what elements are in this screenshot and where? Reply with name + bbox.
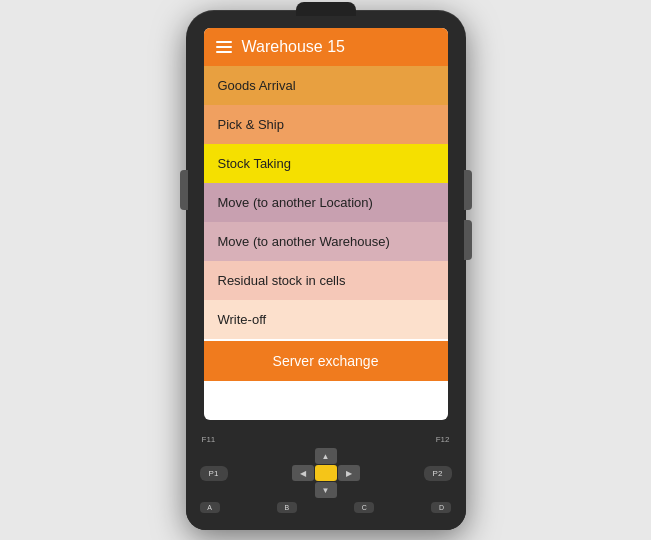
device-body: Warehouse 15 Goods Arrival Pick & Ship S…: [186, 10, 466, 530]
key-c[interactable]: C: [354, 502, 374, 513]
screen: Warehouse 15 Goods Arrival Pick & Ship S…: [204, 28, 448, 420]
key-d[interactable]: D: [431, 502, 451, 513]
keypad-row-3: A B C D: [198, 502, 454, 513]
menu-item-pick-ship[interactable]: Pick & Ship: [204, 105, 448, 144]
menu-item-goods-arrival[interactable]: Goods Arrival: [204, 66, 448, 105]
p2-button[interactable]: P2: [424, 466, 452, 481]
side-button-right-2[interactable]: [464, 220, 472, 260]
menu-item-move-warehouse[interactable]: Move (to another Warehouse): [204, 222, 448, 261]
side-button-left[interactable]: [180, 170, 188, 210]
dpad-center[interactable]: [315, 465, 337, 481]
app-header: Warehouse 15: [204, 28, 448, 66]
hamburger-icon[interactable]: [216, 41, 232, 53]
menu-item-stock-taking[interactable]: Stock Taking: [204, 144, 448, 183]
server-exchange-button[interactable]: Server exchange: [204, 341, 448, 381]
key-a[interactable]: A: [200, 502, 220, 513]
device-top-bump: [296, 2, 356, 16]
p1-button[interactable]: P1: [200, 466, 228, 481]
device: Warehouse 15 Goods Arrival Pick & Ship S…: [186, 10, 466, 530]
dpad-up[interactable]: ▲: [315, 448, 337, 464]
warehouse-title: Warehouse 15: [242, 38, 345, 56]
keypad: F11 F12 P1 ▲ ◀ ▶ ▼ P2: [186, 422, 466, 530]
keypad-row-1: F11 F12: [198, 435, 454, 444]
menu-list: Goods Arrival Pick & Ship Stock Taking M…: [204, 66, 448, 381]
f11-label: F11: [202, 435, 216, 444]
menu-item-move-location[interactable]: Move (to another Location): [204, 183, 448, 222]
dpad-right[interactable]: ▶: [338, 465, 360, 481]
dpad-left[interactable]: ◀: [292, 465, 314, 481]
side-button-right-1[interactable]: [464, 170, 472, 210]
menu-item-writeoff[interactable]: Write-off: [204, 300, 448, 339]
key-b[interactable]: B: [277, 502, 297, 513]
f12-label: F12: [436, 435, 450, 444]
menu-item-residual-stock[interactable]: Residual stock in cells: [204, 261, 448, 300]
dpad-down[interactable]: ▼: [315, 482, 337, 498]
dpad: ▲ ◀ ▶ ▼: [292, 448, 360, 498]
